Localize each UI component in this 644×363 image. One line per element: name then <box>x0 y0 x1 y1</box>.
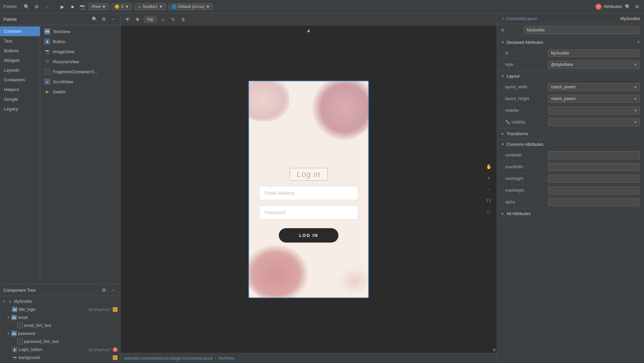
palette-item-scrollview[interactable]: ▲ ScrollView <box>40 77 120 87</box>
attr-value-alpha[interactable] <box>548 198 640 206</box>
attr-name-layout-width: layout_width <box>505 85 545 89</box>
tree-label-login-button: LogIn_button <box>19 347 86 352</box>
declared-section-add[interactable]: + <box>637 39 640 45</box>
attr-value-maxwidth[interactable] <box>548 163 640 171</box>
palette-item-button[interactable]: ▮ Button <box>40 36 120 47</box>
component-tree-panel: Component Tree ⚙ − ▼ ■ MySoothe Ab title <box>0 284 120 363</box>
palette-item-switch[interactable]: ▶ Switch <box>40 87 120 97</box>
attr-search-icon[interactable]: 🔍 <box>624 3 631 10</box>
layout-section: ▼ Layout layout_width match_parent ▼ lay… <box>497 71 644 128</box>
nav-item-widgets[interactable]: Widgets <box>0 56 40 65</box>
nav-item-containers[interactable]: Containers <box>0 75 40 85</box>
search-icon[interactable]: 🔍 <box>23 3 30 10</box>
tree-item-email[interactable]: ▼ Ab email <box>0 313 120 322</box>
tree-item-login-button[interactable]: ▮ LogIn_button "@string/login" ! <box>0 346 120 354</box>
attr-value-maxheight[interactable] <box>548 186 640 194</box>
attr-name-maxwidth: maxWidth <box>505 165 545 169</box>
nav-item-google[interactable]: Google <box>0 94 40 104</box>
email-input-display: Email address <box>259 186 358 200</box>
locale-dropdown[interactable]: 🌐 Default (en-us) ▼ <box>169 3 213 10</box>
stop-render-icon[interactable]: ■ <box>69 3 76 10</box>
nav-item-buttons[interactable]: Buttons <box>0 46 40 56</box>
attr-value-visibility[interactable]: ▼ <box>548 106 640 114</box>
breadcrumb-parent[interactable]: androidx.constraintlayout.widget.Constra… <box>124 356 213 361</box>
pixel-dropdown[interactable]: Pixel ▼ <box>89 3 109 10</box>
tree-item-mysoothe[interactable]: ▼ ■ MySoothe <box>0 297 120 305</box>
attr-value-layout-width[interactable]: match_parent ▼ <box>548 83 640 91</box>
palette-item-recyclerview[interactable]: ☰ RecyclerView <box>40 57 120 67</box>
transforms-section-header[interactable]: ► Transforms <box>497 128 644 139</box>
render-icon[interactable]: ▶ <box>59 3 66 10</box>
nav-item-text[interactable]: Text <box>0 36 40 46</box>
tree-label-background: background <box>19 355 111 360</box>
nav-item-layouts[interactable]: Layouts <box>0 65 40 75</box>
password-hint-box-icon: □ <box>17 339 23 344</box>
breadcrumb-child[interactable]: TextView <box>218 356 234 361</box>
settings-icon[interactable]: ⚙ <box>33 3 40 10</box>
palette-settings-icon[interactable]: ⚙ <box>100 15 107 23</box>
tree-item-title-login[interactable]: Ab title_login "@string/login" ! <box>0 305 120 313</box>
nav-item-helpers[interactable]: Helpers <box>0 85 40 94</box>
layout-section-header[interactable]: ▼ Layout <box>497 71 644 81</box>
canvas-crosshair-icon[interactable]: ✥ <box>134 16 141 23</box>
attr-value-minwidth[interactable] <box>548 151 640 159</box>
theme-dropdown[interactable]: ☼ Soothe1 ▼ <box>135 3 166 10</box>
tree-label-password: password <box>18 331 117 336</box>
attr-value-id[interactable]: MySoothe <box>548 50 640 57</box>
palette-minus-icon[interactable]: − <box>109 15 117 23</box>
tree-item-email-hint[interactable]: □ email_hint_text <box>0 322 120 330</box>
attr-row-visibility2: 🔧 visibility ▼ <box>497 116 644 128</box>
error-badge[interactable]: ! <box>595 4 601 10</box>
canvas-path-icon[interactable]: ⎌ <box>159 16 167 23</box>
canvas-hand-tool[interactable]: ✋ <box>484 162 493 171</box>
canvas-eye-icon[interactable]: 👁 <box>124 16 131 23</box>
resize-handle[interactable]: ✥ <box>493 348 496 352</box>
recyclerview-icon: ☰ <box>44 59 50 65</box>
canvas-ratio-tool[interactable]: 1:1 <box>484 196 493 205</box>
canvas-minus-tool[interactable]: - <box>484 185 493 194</box>
attr-name-maxheight: maxHeight <box>505 188 545 193</box>
tree-item-password[interactable]: ▼ Ab password <box>0 330 120 338</box>
scale-chevron: ▼ <box>125 4 129 9</box>
palette-search-icon[interactable]: 🔍 <box>91 15 98 23</box>
all-section-header[interactable]: ► All Attributes <box>497 208 644 219</box>
canvas-frame-tool[interactable]: □ <box>484 207 493 217</box>
attr-value-minheight[interactable] <box>548 175 640 183</box>
tree-item-background[interactable]: 📷 background ! <box>0 354 120 362</box>
palette-item-fragment[interactable]: □ FragmentContainerVi... <box>40 67 120 77</box>
breadcrumb-separator: › <box>215 356 216 361</box>
canvas-add-tool[interactable]: + <box>484 173 493 183</box>
canvas-dp-dropdown[interactable]: 0dp <box>144 16 157 23</box>
tree-minus-icon[interactable]: − <box>109 286 117 294</box>
common-section-header[interactable]: ▼ Common Attributes <box>497 139 644 150</box>
attr-value-visibility2[interactable]: ▼ <box>548 118 640 126</box>
zoom-icon[interactable]: 📷 <box>79 3 86 10</box>
nav-item-common[interactable]: Common <box>0 26 40 36</box>
tree-label-mysoothe: MySoothe <box>14 299 117 304</box>
canvas-align-icon[interactable]: ⇅ <box>179 16 187 23</box>
tree-content: ▼ ■ MySoothe Ab title_login "@string/log… <box>0 296 120 363</box>
email-hint-box-icon: □ <box>17 323 23 328</box>
attr-value-layout-height[interactable]: match_parent ▼ <box>548 95 640 103</box>
declared-section-header[interactable]: ▼ Declared Attributes + <box>497 36 644 48</box>
palette-item-textview[interactable]: Ab TextView <box>40 26 120 36</box>
attr-id-value[interactable]: MySoothe <box>524 26 640 34</box>
palette-label: Palette <box>3 17 17 22</box>
transforms-arrow: ► <box>501 132 504 135</box>
attr-row-alpha: alpha <box>497 196 644 208</box>
attr-panel-header: ↗ ConstraintLayout MySoothe <box>497 13 644 24</box>
fragment-icon: □ <box>44 69 50 75</box>
tree-header: Component Tree ⚙ − <box>0 284 120 296</box>
tree-item-password-hint[interactable]: □ password_hint_text <box>0 338 120 346</box>
nav-item-legacy[interactable]: Legacy <box>0 104 40 114</box>
canvas-body: ▲ Log in Email address <box>120 25 497 353</box>
login-button-display[interactable]: LOG IN <box>279 228 338 243</box>
palette-item-imageview[interactable]: 📷 ImageView <box>40 47 120 57</box>
scale-dropdown[interactable]: 🌞 S ▼ <box>111 3 132 10</box>
minimize-icon[interactable]: − <box>43 3 50 10</box>
canvas-pen-icon[interactable]: ✎ <box>169 16 177 23</box>
attr-settings-icon[interactable]: ⚙ <box>633 3 641 10</box>
tree-expand-mysoothe: ▼ <box>3 300 6 303</box>
attr-value-style[interactable]: @style/base ▼ <box>548 61 640 69</box>
tree-settings-icon[interactable]: ⚙ <box>100 286 107 294</box>
